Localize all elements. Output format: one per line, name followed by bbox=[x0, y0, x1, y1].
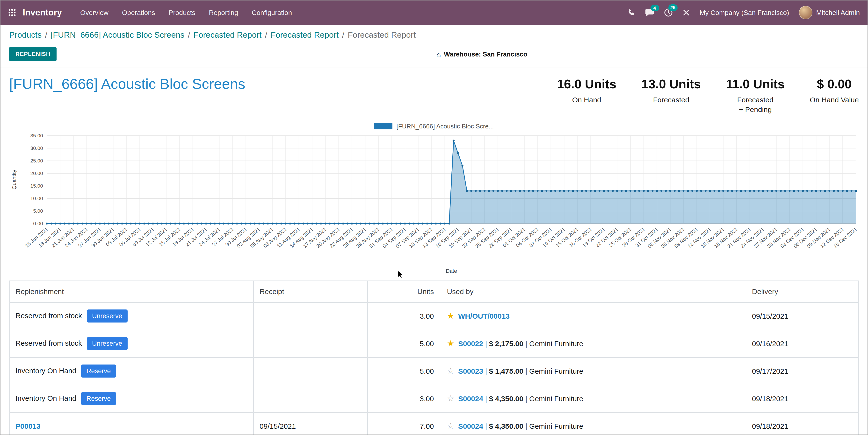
separator: | bbox=[483, 395, 489, 403]
warehouse-icon: ⌂ bbox=[437, 50, 441, 58]
chart-legend: [FURN_6666] Acoustic Bloc Scre... bbox=[0, 123, 868, 130]
activities-clock-icon[interactable]: 25 bbox=[664, 8, 673, 17]
used-by-doc-link[interactable]: S00023 bbox=[458, 367, 483, 375]
receipt-cell bbox=[253, 330, 368, 357]
avatar bbox=[799, 6, 812, 19]
reserve-button[interactable]: Reserve bbox=[81, 392, 116, 405]
units-cell: 5.00 bbox=[368, 330, 441, 357]
used-by-doc-link[interactable]: S00022 bbox=[458, 339, 483, 347]
partner-name: Gemini Furniture bbox=[529, 367, 583, 375]
svg-text:30.00: 30.00 bbox=[30, 145, 43, 150]
breadcrumb-item-2[interactable]: Forecasted Report bbox=[193, 30, 262, 40]
sale-amount: $ 2,175.00 bbox=[489, 339, 523, 347]
svg-text:35.00: 35.00 bbox=[30, 133, 43, 138]
product-title-link[interactable]: [FURN_6666] Acoustic Bloc Screens bbox=[9, 76, 245, 92]
used-by-doc-link[interactable]: S00024 bbox=[458, 395, 483, 403]
svg-text:Quantity: Quantity bbox=[11, 169, 17, 189]
unreserve-button[interactable]: Unreserve bbox=[87, 337, 128, 350]
used-by-cell: ☆S00023 | $ 1,475.00 | Gemini Furniture bbox=[441, 357, 746, 385]
main-content: [FURN_6666] Acoustic Bloc Screens 16.0 U… bbox=[0, 68, 868, 435]
user-name: Mitchell Admin bbox=[816, 9, 860, 16]
sale-amount: $ 1,475.00 bbox=[489, 367, 523, 375]
reserve-button[interactable]: Reserve bbox=[81, 365, 116, 377]
nav-menu-operations[interactable]: Operations bbox=[116, 6, 161, 19]
separator: | bbox=[523, 367, 529, 375]
warehouse-filter: ⌂ Warehouse: San Francisco bbox=[437, 50, 528, 58]
sale-amount: $ 4,350.00 bbox=[489, 395, 523, 403]
stat-value: 13.0 Units bbox=[642, 77, 701, 92]
separator: | bbox=[523, 422, 529, 430]
delivery-cell: 09/18/2021 bbox=[746, 385, 859, 412]
nav-menu-configuration[interactable]: Configuration bbox=[246, 6, 298, 19]
replenishment-doc-link[interactable]: P00013 bbox=[16, 422, 40, 430]
units-cell: 7.00 bbox=[368, 412, 441, 435]
replenish-button[interactable]: REPLENISH bbox=[9, 47, 57, 61]
svg-text:Date: Date bbox=[446, 268, 457, 274]
nav-menu-overview[interactable]: Overview bbox=[74, 6, 114, 19]
partner-name: Gemini Furniture bbox=[529, 422, 583, 430]
delivery-cell: 09/15/2021 bbox=[746, 302, 859, 330]
svg-text:0.00: 0.00 bbox=[33, 221, 43, 226]
col-header-units[interactable]: Units bbox=[368, 280, 441, 302]
table-row: Inventory On HandReserve3.00☆S00024 | $ … bbox=[9, 385, 859, 412]
main-menu-bar: OverviewOperationsProductsReportingConfi… bbox=[74, 6, 298, 19]
breadcrumb-item-3[interactable]: Forecasted Report bbox=[271, 30, 339, 40]
replenishment-label: Reserved from stock bbox=[16, 339, 82, 347]
replenishment-label: Reserved from stock bbox=[16, 311, 82, 320]
stat-label: Forecasted+ Pending bbox=[726, 95, 785, 115]
breadcrumb-separator: / bbox=[342, 30, 344, 40]
breadcrumb-item-0[interactable]: Products bbox=[9, 30, 41, 40]
used-by-doc-link[interactable]: WH/OUT/00013 bbox=[458, 312, 509, 320]
breadcrumb-item-4: Forecasted Report bbox=[348, 30, 416, 40]
messages-badge: 4 bbox=[650, 5, 659, 11]
used-by-cell: ☆S00024 | $ 4,350.00 | Gemini Furniture bbox=[441, 412, 746, 435]
app-window: Inventory OverviewOperationsProductsRepo… bbox=[0, 0, 868, 435]
col-header-delivery[interactable]: Delivery bbox=[746, 280, 859, 302]
replenishment-label: Inventory On Hand bbox=[16, 366, 76, 375]
app-name[interactable]: Inventory bbox=[23, 7, 62, 18]
priority-star-icon[interactable]: ☆ bbox=[447, 394, 454, 403]
delivery-cell: 09/17/2021 bbox=[746, 357, 859, 385]
svg-text:25.00: 25.00 bbox=[30, 158, 43, 163]
used-by-cell: ★WH/OUT/00013 bbox=[441, 302, 746, 330]
apps-menu-icon[interactable] bbox=[8, 8, 17, 17]
messages-icon[interactable]: 4 bbox=[645, 8, 654, 16]
svg-text:20.00: 20.00 bbox=[30, 170, 43, 176]
used-by-cell: ☆S00024 | $ 4,350.00 | Gemini Furniture bbox=[441, 385, 746, 412]
stat-value: $ 0.00 bbox=[810, 77, 859, 92]
col-header-used-by[interactable]: Used by bbox=[441, 280, 746, 302]
separator: | bbox=[523, 395, 529, 403]
priority-star-icon[interactable]: ★ bbox=[447, 339, 454, 348]
separator: | bbox=[483, 367, 489, 375]
priority-star-icon[interactable]: ☆ bbox=[447, 366, 454, 376]
used-by-doc-link[interactable]: S00024 bbox=[458, 422, 483, 430]
breadcrumb-separator: / bbox=[188, 30, 190, 40]
svg-text:10.00: 10.00 bbox=[30, 195, 43, 201]
receipt-cell bbox=[253, 385, 368, 412]
nav-menu-reporting[interactable]: Reporting bbox=[203, 6, 244, 19]
tools-icon[interactable] bbox=[682, 9, 690, 16]
breadcrumb-separator: / bbox=[45, 30, 47, 40]
priority-star-icon[interactable]: ☆ bbox=[447, 422, 454, 431]
stat-value: 16.0 Units bbox=[557, 77, 616, 92]
delivery-cell: 09/18/2021 bbox=[746, 412, 859, 435]
receipt-cell bbox=[253, 302, 368, 330]
control-panel: Products/[FURN_6666] Acoustic Bloc Scree… bbox=[0, 25, 868, 68]
stat-label: On Hand bbox=[557, 95, 616, 105]
company-switcher[interactable]: My Company (San Francisco) bbox=[700, 9, 789, 16]
col-header-receipt[interactable]: Receipt bbox=[253, 280, 368, 302]
forecast-chart[interactable]: 15 Jun 202118 Jun 202121 Jun 202124 Jun … bbox=[9, 131, 860, 274]
breadcrumb-separator: / bbox=[265, 30, 267, 40]
priority-star-icon[interactable]: ★ bbox=[447, 311, 454, 321]
stat-label: Forecasted bbox=[642, 95, 701, 105]
units-cell: 5.00 bbox=[368, 357, 441, 385]
breadcrumb-item-1[interactable]: [FURN_6666] Acoustic Bloc Screens bbox=[51, 30, 185, 40]
nav-menu-products[interactable]: Products bbox=[163, 6, 201, 19]
user-menu[interactable]: Mitchell Admin bbox=[799, 6, 860, 19]
table-row: Reserved from stockUnreserve5.00★S00022 … bbox=[9, 330, 859, 357]
phone-icon[interactable] bbox=[627, 8, 635, 16]
activities-badge: 25 bbox=[669, 4, 677, 11]
unreserve-button[interactable]: Unreserve bbox=[87, 309, 128, 323]
col-header-replenishment[interactable]: Replenishment bbox=[9, 280, 253, 302]
svg-text:5.00: 5.00 bbox=[33, 208, 43, 213]
